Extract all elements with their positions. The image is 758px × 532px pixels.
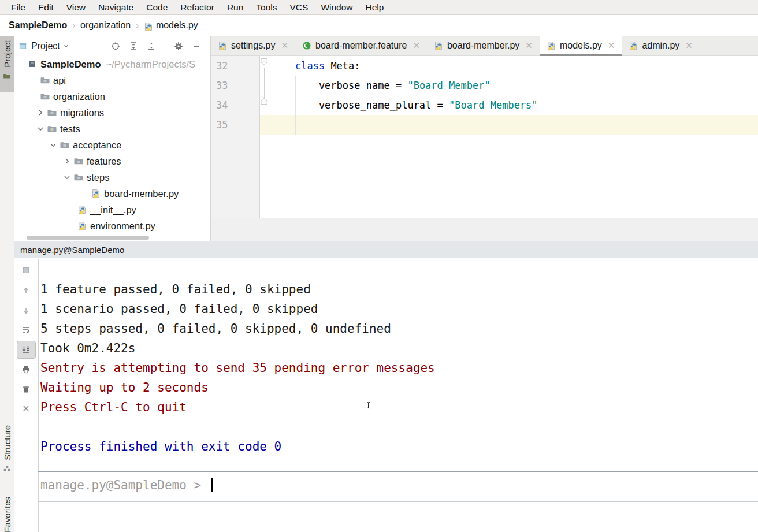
tree-item-organization[interactable]: organization	[14, 88, 211, 105]
console-prompt[interactable]: manage.py@SampleDemo >	[39, 475, 213, 495]
editor-gutter: 32333435	[211, 56, 260, 218]
tool-folder-icon	[3, 72, 11, 80]
editor-tab-models-py[interactable]: models.py✕	[540, 36, 622, 55]
chevron-down[interactable]	[49, 140, 60, 150]
gear-icon[interactable]	[174, 42, 183, 51]
tree-item-label: api	[53, 75, 66, 86]
menu-code[interactable]: Code	[140, 2, 174, 13]
tab-close-icon[interactable]: ✕	[281, 40, 288, 51]
expand-all-icon[interactable]	[129, 42, 138, 51]
tree-item-label: SampleDemo	[40, 59, 101, 70]
tree-item-label: steps	[87, 172, 109, 183]
project-panel-title: Project	[31, 41, 60, 51]
tree-item-acceptance[interactable]: acceptance	[14, 137, 211, 153]
trash-icon[interactable]	[21, 385, 31, 394]
chevron-down[interactable]	[36, 124, 47, 133]
run-console-body: 1 feature passed, 0 failed, 0 skipped1 s…	[14, 259, 758, 532]
console-line: 1 scenario passed, 0 failed, 0 skipped	[39, 299, 756, 319]
printer-icon[interactable]	[21, 365, 31, 374]
chevron-down-icon[interactable]	[62, 42, 70, 50]
code-line-34: verbose_name_plural = "Board Members"	[272, 95, 538, 115]
console-output[interactable]: 1 feature passed, 0 failed, 0 skipped1 s…	[39, 280, 756, 456]
tab-close-icon[interactable]: ✕	[525, 40, 533, 51]
stop-icon[interactable]	[21, 266, 31, 275]
editor-tab-admin-py[interactable]: admin.py✕	[622, 36, 700, 55]
editor-tab-board-member-feature[interactable]: board-member.feature✕	[295, 36, 427, 55]
project-path: ~/PycharmProjects/S	[106, 59, 196, 70]
tab-label: admin.py	[642, 40, 679, 51]
hide-icon[interactable]	[192, 42, 201, 51]
menu-help[interactable]: Help	[359, 2, 391, 13]
tree-item-environment-py[interactable]: environment.py	[14, 218, 211, 234]
breadcrumb-item-organization[interactable]: organization	[80, 20, 131, 31]
menu-refactor[interactable]: Refactor	[174, 2, 221, 13]
breadcrumb: SampleDemo›organization›models.py	[0, 15, 758, 36]
chevron-right[interactable]	[36, 108, 47, 117]
line-number: 33	[216, 76, 228, 95]
arrow-down-icon[interactable]	[21, 306, 31, 315]
tree-item--init-py[interactable]: __init__.py	[14, 202, 211, 218]
menu-vcs[interactable]: VCS	[284, 2, 315, 13]
stripe-tab-structure[interactable]: Structure	[0, 421, 14, 478]
tool-window-stripe: ProjectStructureFavorites	[0, 36, 14, 532]
menu-navigate[interactable]: Navigate	[92, 2, 140, 13]
tree-item-tests[interactable]: tests	[14, 121, 211, 137]
menu-window[interactable]: Window	[314, 2, 359, 13]
editor-area: settings.py✕board-member.feature✕board-m…	[211, 36, 758, 241]
locate-icon[interactable]	[111, 42, 120, 51]
tab-close-icon[interactable]: ✕	[685, 40, 693, 51]
chevron-right[interactable]	[62, 157, 74, 166]
editor-tab-board-member-py[interactable]: board-member.py✕	[427, 36, 540, 55]
prompt-bottom-border	[38, 501, 758, 502]
python-file-icon	[218, 41, 227, 50]
chevron-down[interactable]	[62, 173, 74, 182]
python-file-icon	[547, 41, 556, 50]
tree-item-sampledemo[interactable]: SampleDemo~/PycharmProjects/S	[14, 56, 211, 72]
stripe-tab-project[interactable]: Project	[0, 36, 14, 92]
breadcrumb-item-models.py[interactable]: models.py	[156, 20, 198, 31]
tree-item-label: migrations	[60, 107, 104, 118]
run-tool-window: manage.py@SampleDemo 1 feature passed, 0…	[14, 241, 758, 532]
collapse-all-icon[interactable]	[147, 42, 156, 51]
python-file-icon	[77, 205, 87, 214]
tree-item-label: environment.py	[90, 221, 155, 232]
fold-marker-up[interactable]	[260, 97, 269, 106]
editor-content[interactable]: 32333435 class Meta: verbose_name = "Boa…	[211, 56, 758, 241]
python-file-icon	[434, 41, 443, 50]
console-line: Waiting up to 2 seconds	[39, 378, 756, 397]
tree-item-api[interactable]: api	[14, 72, 211, 88]
menu-edit[interactable]: Edit	[32, 2, 60, 13]
close-icon[interactable]	[21, 404, 31, 413]
console-line: Sentry is attempting to send 35 pending …	[39, 358, 756, 378]
stripe-tab-favorites[interactable]: Favorites	[0, 492, 14, 532]
fold-marker-down[interactable]	[260, 58, 269, 66]
menu-view[interactable]: View	[60, 2, 92, 13]
folder-icon	[40, 92, 50, 101]
soft-wrap-icon[interactable]	[21, 325, 31, 334]
tree-item-steps[interactable]: steps	[14, 169, 211, 185]
ibeam-mouse-cursor	[364, 401, 373, 412]
tree-horizontal-scrollbar[interactable]	[27, 236, 149, 240]
typo-squiggle	[210, 493, 214, 513]
arrow-up-icon[interactable]	[21, 286, 31, 295]
menu-file[interactable]: File	[5, 2, 32, 13]
tree-item-migrations[interactable]: migrations	[14, 105, 211, 121]
menu-run[interactable]: Run	[221, 2, 250, 13]
breadcrumb-item-sampledemo[interactable]: SampleDemo	[9, 20, 67, 31]
prompt-text: manage.py@SampleDemo >	[40, 478, 209, 492]
line-number: 35	[216, 115, 228, 135]
console-line: Took 0m2.422s	[39, 338, 756, 358]
editor-tab-settings-py[interactable]: settings.py✕	[211, 36, 295, 55]
run-toolbar	[14, 259, 38, 532]
menu-tools[interactable]: Tools	[250, 2, 283, 13]
tab-close-icon[interactable]: ✕	[413, 40, 420, 51]
tree-item-features[interactable]: features	[14, 153, 211, 169]
run-title-bar[interactable]: manage.py@SampleDemo	[14, 241, 758, 258]
folder-icon	[74, 173, 83, 182]
menu-bar: FileEditViewNavigateCodeRefactorRunTools…	[0, 0, 758, 15]
folder-icon	[74, 157, 83, 166]
tab-close-icon[interactable]: ✕	[608, 40, 615, 51]
code-line-32: class Meta:	[272, 56, 361, 76]
scroll-to-end-icon[interactable]	[21, 345, 31, 354]
tree-item-board-member-py[interactable]: board-member.py	[14, 185, 211, 202]
